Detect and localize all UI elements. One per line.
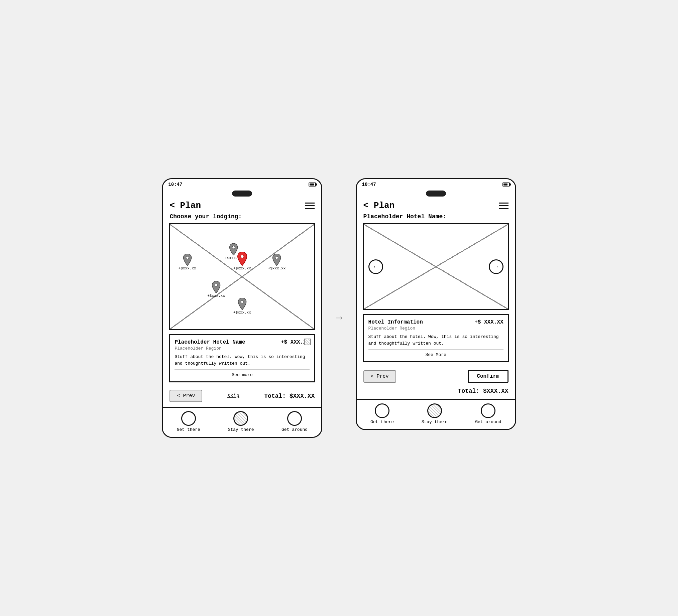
nav-get-there-1[interactable]: Get there	[177, 411, 200, 432]
speaker-row-2	[357, 189, 515, 197]
hotel-price-2: +$ XXX.XX	[475, 319, 503, 325]
get-there-icon-2	[375, 403, 389, 418]
hamburger-icon-2[interactable]	[499, 202, 509, 209]
action-row-1: < Prev skip Total: $XXX.XX	[163, 386, 321, 406]
status-bar-1: 10:47	[163, 179, 321, 189]
hotel-card-1[interactable]: Placeholder Hotel Name +$ XXX.XX Placeho…	[169, 334, 315, 382]
svg-point-1	[186, 256, 189, 259]
hotel-region-2: Placeholder Region	[368, 326, 503, 331]
status-bar-2: 10:47	[357, 179, 515, 189]
battery-icon-2	[502, 183, 510, 187]
confirm-button-2[interactable]: Confirm	[468, 370, 508, 383]
total-row-2: Total: $XXX.XX	[357, 386, 515, 398]
back-title-2[interactable]: < Plan	[364, 200, 395, 210]
hotel-desc-1: Stuff about the hotel. Wow, this is so i…	[175, 354, 310, 370]
pin-label-2: +$xxx.xx	[179, 266, 196, 270]
page-subtitle-2: Placeholder Hotel Name:	[357, 212, 515, 223]
total-text-1: Total: $XXX.XX	[264, 393, 314, 399]
svg-point-0	[232, 246, 235, 249]
bottom-nav-1: Get there Stay there Get around	[163, 407, 321, 437]
get-around-icon-2	[481, 403, 495, 418]
hotel-name-1: Placeholder Hotel Name	[175, 339, 245, 345]
svg-point-4	[215, 284, 218, 286]
pin-label-3: +$xxx.xx	[233, 266, 251, 270]
screens-container: 10:47 < Plan Choose your lodging: +$x	[162, 178, 516, 438]
battery-icon-1	[309, 183, 316, 187]
see-more-btn-2[interactable]: See More	[368, 352, 503, 357]
hotel-card-header-2: Hotel Information +$ XXX.XX	[368, 319, 503, 325]
pin-icon-gray-6	[237, 298, 247, 310]
hamburger-icon-1[interactable]	[305, 202, 314, 209]
pin-label-4: +$xxx.xx	[268, 266, 286, 270]
get-around-icon-1	[287, 411, 302, 426]
pin-icon-gray-4	[272, 254, 281, 266]
nav-get-around-2[interactable]: Get around	[475, 403, 501, 424]
get-there-label-2: Get there	[370, 420, 394, 424]
pin-icon-gray-2	[183, 254, 192, 266]
get-around-label-2: Get around	[475, 420, 501, 424]
stay-there-label-2: Stay there	[422, 420, 448, 424]
status-icons-1	[309, 183, 316, 187]
image-x-lines-2	[364, 224, 508, 309]
svg-point-3	[275, 256, 278, 259]
status-time-2: 10:47	[362, 182, 376, 187]
map-pin-5[interactable]: +$xxx.xx	[207, 281, 225, 298]
bottom-nav-2: Get there Stay there Get around	[357, 399, 515, 429]
header-2: < Plan	[357, 197, 515, 212]
phone-screen-1: 10:47 < Plan Choose your lodging: +$x	[162, 178, 322, 438]
pin-label-6: +$xxx.xx	[233, 310, 251, 314]
speaker-row-1	[163, 189, 321, 197]
page-subtitle-1: Choose your lodging:	[163, 212, 321, 223]
map-area-1[interactable]: +$xxx.xx +$xxx.xx +$xxx.xx +$xxx.xx +$xx…	[169, 223, 315, 330]
hotel-region-1: Placeholder Region	[175, 346, 310, 351]
pin-icon-gray-5	[212, 281, 221, 293]
speaker-cutout-1	[232, 191, 252, 196]
map-pin-2[interactable]: +$xxx.xx	[179, 254, 196, 270]
map-pin-4[interactable]: +$xxx.xx	[268, 254, 286, 270]
get-there-icon-1	[181, 411, 196, 426]
prev-button-2[interactable]: < Prev	[364, 370, 396, 383]
skip-link-1[interactable]: skip	[227, 393, 239, 399]
hotel-desc-2: Stuff about the hotel. Wow, this is so i…	[368, 334, 503, 350]
see-more-btn-1[interactable]: See more	[175, 372, 310, 377]
stay-there-label-1: Stay there	[228, 427, 254, 432]
prev-button-1[interactable]: < Prev	[170, 390, 202, 402]
hotel-card-header-1: Placeholder Hotel Name +$ XXX.XX	[175, 339, 310, 345]
pin-label-5: +$xxx.xx	[207, 294, 225, 298]
image-prev-btn[interactable]: ←	[368, 259, 383, 274]
action-row-2: < Prev Confirm	[357, 366, 515, 386]
status-time-1: 10:47	[168, 182, 182, 187]
stay-there-icon-2	[427, 403, 442, 418]
get-there-label-1: Get there	[177, 427, 200, 432]
svg-point-2	[241, 255, 244, 258]
phone-screen-2: 10:47 < Plan Placeholder Hotel Name: ← →	[356, 178, 516, 430]
map-pin-6[interactable]: +$xxx.xx	[233, 298, 251, 314]
header-1: < Plan	[163, 197, 321, 212]
nav-get-around-1[interactable]: Get around	[281, 411, 308, 432]
arrow-connector: →	[336, 178, 342, 324]
speaker-cutout-2	[426, 191, 446, 196]
back-title-1[interactable]: < Plan	[170, 200, 201, 210]
get-around-label-1: Get around	[281, 427, 308, 432]
nav-get-there-2[interactable]: Get there	[370, 403, 394, 424]
arrow-symbol: →	[336, 312, 342, 324]
pin-icon-red-3	[237, 252, 248, 266]
hotel-name-2: Hotel Information	[368, 319, 423, 325]
nav-stay-there-1[interactable]: Stay there	[228, 411, 254, 432]
image-next-btn[interactable]: →	[489, 259, 503, 274]
nav-stay-there-2[interactable]: Stay there	[422, 403, 448, 424]
hotel-card-2: Hotel Information +$ XXX.XX Placeholder …	[363, 314, 509, 362]
scroll-indicator-1	[304, 339, 311, 345]
stay-there-icon-1	[233, 411, 248, 426]
status-icons-2	[502, 183, 510, 187]
map-pin-3[interactable]: +$xxx.xx	[233, 252, 251, 270]
svg-point-5	[241, 301, 243, 303]
image-placeholder-2: ← →	[363, 223, 509, 310]
total-text-2: Total: $XXX.XX	[458, 388, 508, 394]
